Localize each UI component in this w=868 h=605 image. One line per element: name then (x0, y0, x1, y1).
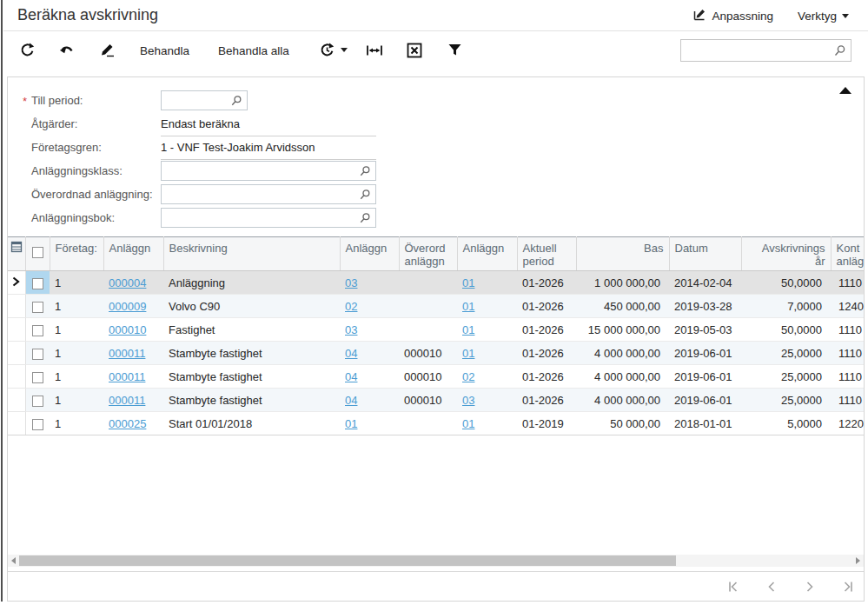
first-page-button[interactable] (726, 580, 740, 594)
cell-beskrivning: Volvo C90 (163, 295, 340, 318)
title-bar: Beräkna avskrivning Anpassning Verktyg (3, 0, 868, 31)
cell-period: 01-2026 (517, 318, 576, 342)
cell-konto: 1240 (831, 295, 865, 318)
grid: Företag:AnläggnBeskrivningAnläggnÖverord… (8, 236, 865, 435)
cell-link-klass[interactable]: 04 (345, 394, 357, 407)
cell-link-anlaggning[interactable]: 000025 (109, 417, 146, 430)
anpassning-button[interactable]: Anpassning (692, 8, 773, 24)
column-header-konto[interactable]: Kont anläg (831, 237, 865, 271)
row-indicator (8, 342, 25, 365)
cell-period: 01-2019 (517, 412, 576, 435)
cell-overordnad (399, 412, 457, 435)
anlaggningsklass-input[interactable] (165, 163, 356, 178)
prev-page-button[interactable] (765, 580, 779, 594)
scroll-left-arrow[interactable] (11, 557, 16, 564)
cell-foretag: 1 (50, 271, 103, 295)
cell-link-bok[interactable]: 01 (462, 417, 474, 430)
till-period-input[interactable] (165, 93, 228, 108)
horizontal-scrollbar[interactable] (8, 555, 864, 567)
cell-link-klass[interactable]: 03 (345, 276, 357, 289)
lookup-icon[interactable] (359, 165, 371, 181)
behandla-alla-button[interactable]: Behandla alla (218, 44, 289, 57)
verktyg-menu[interactable]: Verktyg (798, 10, 849, 23)
fit-width-button[interactable] (366, 43, 383, 58)
lookup-icon[interactable] (359, 212, 371, 228)
column-header-beskrivning[interactable]: Beskrivning (163, 237, 340, 271)
row-checkbox[interactable] (25, 389, 50, 412)
overordnad-anlaggning-input[interactable] (165, 187, 356, 202)
cell-avskrivningsar: 25,0000 (741, 342, 831, 365)
cell-datum: 2018-01-01 (669, 412, 741, 435)
cell-link-bok[interactable]: 01 (462, 323, 474, 336)
cell-link-klass[interactable]: 03 (345, 323, 357, 336)
cell-link-bok[interactable]: 01 (462, 347, 474, 360)
behandla-button[interactable]: Behandla (140, 44, 189, 57)
undo-button[interactable] (59, 43, 76, 58)
column-header-foretag[interactable]: Företag: (50, 237, 103, 271)
collapse-panel-icon[interactable] (839, 87, 851, 94)
scroll-right-arrow[interactable] (856, 557, 860, 564)
grid-settings-icon[interactable] (8, 237, 25, 271)
row-indicator (8, 295, 25, 318)
cell-link-bok[interactable]: 02 (462, 370, 474, 383)
refresh-button[interactable] (20, 43, 35, 57)
row-checkbox[interactable] (25, 365, 50, 389)
column-header-klass[interactable]: Anläggn (340, 237, 399, 271)
row-checkbox[interactable] (25, 342, 50, 365)
filter-button[interactable] (447, 43, 462, 57)
column-header-overordnad[interactable]: Överord anläggn (399, 237, 457, 271)
atgarder-value: Endast beräkna (161, 117, 376, 136)
scrollbar-thumb[interactable] (19, 555, 676, 566)
grid-row[interactable]: 1000009Volvo C90020101-2026450 000,00201… (8, 295, 865, 318)
cell-avskrivningsar: 7,0000 (741, 295, 831, 318)
row-indicator (8, 412, 25, 435)
cell-link-anlaggning[interactable]: 000011 (109, 394, 145, 407)
export-excel-button[interactable] (407, 43, 422, 58)
last-page-button[interactable] (841, 580, 855, 594)
anlaggningsbok-input[interactable] (165, 210, 356, 225)
lookup-icon[interactable] (359, 189, 371, 204)
search-input[interactable] (686, 42, 830, 59)
cell-link-klass[interactable]: 02 (345, 300, 357, 313)
cell-link-anlaggning[interactable]: 000009 (109, 300, 146, 313)
grid-row[interactable]: 1000004Anläggning030101-20261 000 000,00… (8, 271, 865, 295)
row-checkbox[interactable] (25, 271, 50, 295)
select-all-checkbox[interactable] (25, 237, 50, 271)
lookup-icon[interactable] (230, 95, 242, 110)
cell-link-bok[interactable]: 01 (462, 276, 474, 289)
edit-pencil-button[interactable] (99, 43, 116, 58)
row-indicator (8, 271, 25, 295)
column-header-period[interactable]: Aktuell period (517, 237, 576, 271)
search-icon[interactable] (833, 44, 846, 61)
row-checkbox[interactable] (25, 318, 50, 342)
toolbar-search-box (680, 39, 851, 62)
grid-row[interactable]: 1000011Stambyte fastighet040000100301-20… (8, 389, 865, 412)
column-header-bok[interactable]: Anläggn (457, 237, 517, 271)
schedule-refresh-button[interactable] (320, 43, 348, 57)
column-header-bas[interactable]: Bas (576, 237, 669, 271)
chevron-down-icon (842, 14, 849, 18)
cell-link-anlaggning[interactable]: 000010 (109, 323, 146, 336)
cell-overordnad: 000010 (399, 389, 457, 412)
cell-link-bok[interactable]: 03 (462, 394, 474, 407)
grid-row[interactable]: 1000011Stambyte fastighet040000100101-20… (8, 342, 865, 365)
toolbar: Behandla Behandla alla (3, 32, 868, 76)
next-page-button[interactable] (803, 580, 817, 594)
cell-link-bok[interactable]: 01 (462, 300, 474, 313)
cell-konto: 1110 (831, 365, 865, 389)
grid-row[interactable]: 1000010Fastighet030101-202615 000 000,00… (8, 318, 865, 342)
cell-link-anlaggning[interactable]: 000011 (109, 347, 145, 360)
cell-link-klass[interactable]: 04 (345, 347, 357, 360)
cell-link-anlaggning[interactable]: 000011 (109, 370, 145, 383)
column-header-anlaggning[interactable]: Anläggn (103, 237, 163, 271)
cell-link-klass[interactable]: 01 (345, 417, 357, 430)
column-header-avskrivningsar[interactable]: Avskrivnings år (741, 237, 831, 271)
grid-row[interactable]: 1000011Stambyte fastighet040000100201-20… (8, 365, 865, 389)
grid-row[interactable]: 1000025Start 01/01/2018010101-201950 000… (8, 412, 865, 435)
cell-link-klass[interactable]: 04 (345, 370, 357, 383)
row-checkbox[interactable] (25, 295, 50, 318)
column-header-datum[interactable]: Datum (669, 237, 741, 271)
row-checkbox[interactable] (25, 412, 50, 435)
cell-beskrivning: Anläggning (163, 271, 340, 295)
cell-link-anlaggning[interactable]: 000004 (109, 276, 146, 289)
